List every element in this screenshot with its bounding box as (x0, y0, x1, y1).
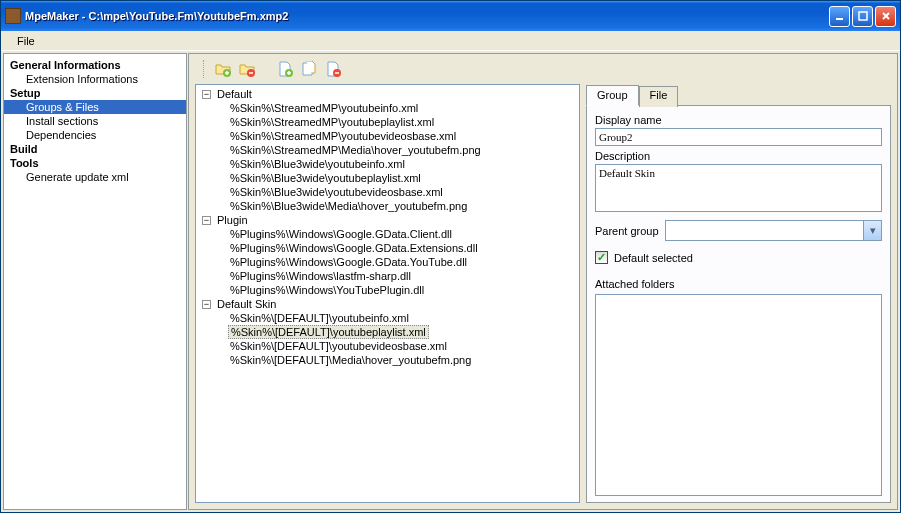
add-files-button[interactable] (299, 59, 319, 79)
tree-item[interactable]: %Skin%\[DEFAULT]\youtubevideosbase.xml (228, 340, 449, 352)
tree-group[interactable]: Plugin (215, 214, 250, 226)
toolbar-grip-icon (203, 60, 207, 78)
tree-item[interactable]: %Skin%\StreamedMP\Media\hover_youtubefm.… (228, 144, 483, 156)
properties-panel: Group File Display name Description Pare… (586, 84, 891, 503)
label-description: Description (595, 150, 882, 162)
tree-group[interactable]: Default Skin (215, 298, 278, 310)
sidebar-item-install-sections[interactable]: Install sections (4, 114, 186, 128)
tree-item[interactable]: %Skin%\StreamedMP\youtubeplaylist.xml (228, 116, 436, 128)
tree-item[interactable]: %Skin%\Blue3wide\youtubevideosbase.xml (228, 186, 445, 198)
svg-rect-1 (859, 12, 867, 20)
default-selected-checkbox[interactable]: ✓ Default selected (595, 251, 882, 264)
sidebar-section-setup[interactable]: Setup (4, 86, 186, 100)
tab-group[interactable]: Group (586, 85, 639, 106)
sidebar: General Informations Extension Informati… (3, 53, 187, 510)
tree-item[interactable]: %Skin%\[DEFAULT]\Media\hover_youtubefm.p… (228, 354, 473, 366)
label-parent-group: Parent group (595, 225, 659, 237)
label-display-name: Display name (595, 114, 882, 126)
app-window: MpeMaker - C:\mpe\YouTube.Fm\YoutubeFm.x… (0, 0, 901, 513)
tab-page-group: Display name Description Parent group ▾ … (586, 105, 891, 503)
content-split: −Default %Skin%\StreamedMP\youtubeinfo.x… (189, 84, 897, 509)
tree-item[interactable]: %Plugins%\Windows\lastfm-sharp.dll (228, 270, 413, 282)
tree-group[interactable]: Default (215, 88, 254, 100)
svg-rect-0 (836, 18, 843, 20)
collapse-icon[interactable]: − (202, 300, 211, 309)
app-icon (5, 8, 21, 24)
menubar: File (1, 31, 900, 51)
sidebar-item-dependencies[interactable]: Dependencies (4, 128, 186, 142)
tree-item[interactable]: %Plugins%\Windows\Google.GData.Client.dl… (228, 228, 454, 240)
attached-folders-list[interactable] (595, 294, 882, 496)
collapse-icon[interactable]: − (202, 216, 211, 225)
tree-item[interactable]: %Skin%\StreamedMP\youtubeinfo.xml (228, 102, 420, 114)
tab-file[interactable]: File (639, 86, 679, 107)
tree-item-selected[interactable]: %Skin%\[DEFAULT]\youtubeplaylist.xml (228, 325, 429, 339)
chevron-down-icon[interactable]: ▾ (863, 221, 881, 240)
parent-group-combo[interactable]: ▾ (665, 220, 882, 241)
label-default-selected: Default selected (614, 252, 693, 264)
file-tree[interactable]: −Default %Skin%\StreamedMP\youtubeinfo.x… (195, 84, 580, 503)
display-name-input[interactable] (595, 128, 882, 146)
add-file-button[interactable] (275, 59, 295, 79)
collapse-icon[interactable]: − (202, 90, 211, 99)
window-title: MpeMaker - C:\mpe\YouTube.Fm\YoutubeFm.x… (25, 10, 829, 22)
sidebar-section-general[interactable]: General Informations (4, 58, 186, 72)
menu-file[interactable]: File (9, 33, 43, 49)
minimize-button[interactable] (829, 6, 850, 27)
tree-item[interactable]: %Skin%\Blue3wide\youtubeinfo.xml (228, 158, 407, 170)
toolbar (189, 54, 897, 84)
client-area: General Informations Extension Informati… (1, 51, 900, 512)
remove-folder-button[interactable] (237, 59, 257, 79)
add-folder-button[interactable] (213, 59, 233, 79)
main-panel: −Default %Skin%\StreamedMP\youtubeinfo.x… (188, 53, 898, 510)
tree-item[interactable]: %Plugins%\Windows\Google.GData.Extension… (228, 242, 480, 254)
checkmark-icon: ✓ (595, 251, 608, 264)
label-attached-folders: Attached folders (595, 278, 882, 290)
tree-item[interactable]: %Skin%\Blue3wide\youtubeplaylist.xml (228, 172, 423, 184)
remove-file-button[interactable] (323, 59, 343, 79)
tree-item[interactable]: %Plugins%\Windows\YouTubePlugin.dll (228, 284, 426, 296)
tree-item[interactable]: %Skin%\StreamedMP\youtubevideosbase.xml (228, 130, 458, 142)
description-input[interactable] (595, 164, 882, 212)
sidebar-section-tools[interactable]: Tools (4, 156, 186, 170)
tabstrip: Group File (586, 84, 891, 105)
sidebar-section-build[interactable]: Build (4, 142, 186, 156)
tree-item[interactable]: %Skin%\[DEFAULT]\youtubeinfo.xml (228, 312, 411, 324)
sidebar-item-groups-files[interactable]: Groups & Files (4, 100, 186, 114)
tree-item[interactable]: %Plugins%\Windows\Google.GData.YouTube.d… (228, 256, 469, 268)
sidebar-item-extension-info[interactable]: Extension Informations (4, 72, 186, 86)
sidebar-item-generate-update[interactable]: Generate update xml (4, 170, 186, 184)
close-button[interactable] (875, 6, 896, 27)
maximize-button[interactable] (852, 6, 873, 27)
titlebar[interactable]: MpeMaker - C:\mpe\YouTube.Fm\YoutubeFm.x… (1, 1, 900, 31)
tree-item[interactable]: %Skin%\Blue3wide\Media\hover_youtubefm.p… (228, 200, 469, 212)
